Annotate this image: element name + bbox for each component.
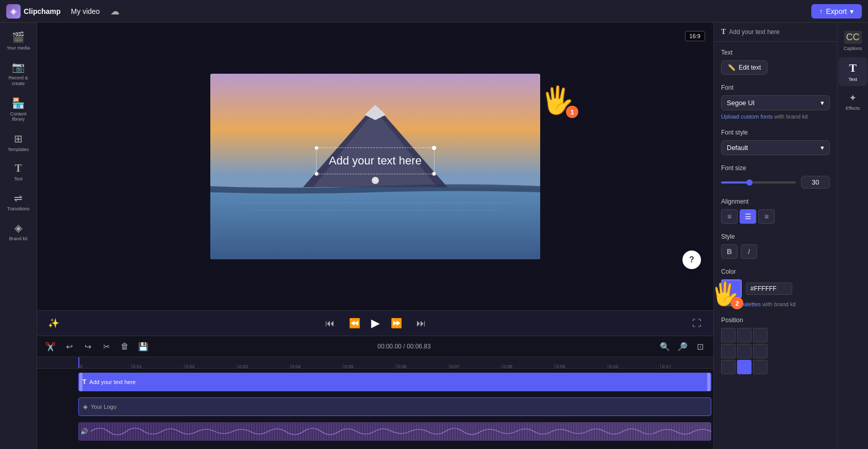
video-preview: Add your text here ↻ 16:9 ? 🖐 1	[37, 23, 713, 310]
sidebar-label-transitions: Transitions	[7, 206, 30, 211]
pos-cell-2[interactable]	[753, 328, 767, 342]
skip-back-button[interactable]: ⏮	[322, 315, 338, 331]
export-button[interactable]: ↑ Export ▾	[811, 4, 862, 19]
font-size-input[interactable]	[801, 176, 830, 189]
delete-button[interactable]: 🗑	[118, 339, 132, 354]
fullscreen-button[interactable]: ⛶	[689, 315, 705, 331]
panel-header: T Add your text here	[714, 23, 837, 42]
right-text-panel: T Add your text here Text ✏️ Edit text F…	[713, 23, 837, 449]
right-icon-captions[interactable]: CC Captions	[839, 27, 867, 55]
font-section: Font Segoe UI ▾ Upload custom fonts with…	[721, 84, 830, 120]
playback-right: ⛶	[689, 315, 705, 331]
audio-track-row: 🔊	[37, 420, 713, 443]
sidebar-item-text[interactable]: T Text	[2, 158, 35, 186]
resize-handle-bl[interactable]	[314, 172, 319, 176]
pos-cell-6[interactable]	[721, 360, 736, 374]
font-select[interactable]: Segoe UI ▾	[721, 95, 830, 110]
cursor1-badge: 1	[570, 108, 574, 116]
rotate-handle[interactable]: ↻	[372, 177, 379, 184]
audio-clip[interactable]: 🔊	[78, 422, 711, 441]
font-style-select[interactable]: Default ▾	[721, 140, 830, 155]
font-size-label: Font size	[721, 164, 830, 172]
pos-cell-1[interactable]	[737, 328, 752, 342]
right-icon-bar: CC Captions T Text ✦ Effects	[837, 23, 868, 449]
ruler-mark-3: 0:03	[237, 364, 290, 368]
help-button[interactable]: ?	[682, 251, 701, 269]
cut-button[interactable]: ✂	[99, 339, 113, 354]
skip-forward-button[interactable]: ⏭	[413, 315, 429, 331]
sync-icon[interactable]: ☁	[110, 6, 120, 17]
upload-fonts-link[interactable]: Upload custom fonts	[721, 113, 773, 120]
pos-cell-5[interactable]	[753, 344, 767, 358]
fit-button[interactable]: ⊡	[693, 339, 707, 354]
ruler-mark-1: 0:01	[131, 364, 185, 368]
text-overlay-content: Add your text here	[329, 154, 422, 167]
rewind-button[interactable]: ⏪	[346, 315, 363, 331]
logo-clip[interactable]: ◈ Your Logo	[78, 397, 711, 416]
redo-button[interactable]: ↪	[80, 339, 95, 354]
font-size-slider[interactable]	[721, 181, 796, 184]
align-left-button[interactable]: ≡	[721, 209, 738, 224]
magic-edit-button[interactable]: ✨	[45, 315, 62, 331]
font-chevron-icon: ▾	[821, 99, 824, 107]
pos-cell-4[interactable]	[737, 344, 752, 358]
edit-text-button[interactable]: ✏️ Edit text	[721, 60, 767, 75]
right-icon-effects[interactable]: ✦ Effects	[839, 88, 867, 115]
sidebar-item-your-media[interactable]: 🎬 Your media	[2, 27, 35, 55]
resize-handle-tl[interactable]	[314, 146, 319, 150]
brand-icon: ◈	[14, 222, 22, 234]
logo-track-content[interactable]: ◈ Your Logo	[78, 395, 713, 418]
text-clip[interactable]: T Add your text here	[78, 373, 711, 391]
palette-link[interactable]: custom palettes	[721, 301, 761, 307]
sidebar-label-text: Text	[14, 176, 23, 181]
video-canvas[interactable]: Add your text here ↻	[210, 74, 540, 259]
style-section: Style B I	[721, 233, 830, 259]
align-right-button[interactable]: ≡	[758, 209, 775, 224]
effects-label: Effects	[846, 106, 860, 111]
topbar: ◈ Clipchamp My video ☁ ↑ Export ▾	[0, 0, 868, 23]
play-button[interactable]: ▶	[371, 317, 380, 330]
text-panel-icon: T	[849, 61, 857, 75]
resize-handle-br[interactable]	[432, 172, 436, 176]
video-title-input[interactable]: My video	[67, 5, 104, 18]
timeline-toolbar: ✂️ ↩ ↪ ✂ 🗑 💾 00:00.00 / 00:06.83 🔍 🔎 ⊡	[37, 336, 713, 357]
magic-cut-button[interactable]: ✂️	[43, 339, 58, 354]
color-hex-input[interactable]	[746, 282, 792, 295]
text-track-content[interactable]: T Add your text here	[78, 371, 713, 393]
logo-clip-label: Your Logo	[91, 404, 116, 410]
timeline-zoom: 🔍 🔎 ⊡	[658, 339, 707, 354]
text-overlay[interactable]: Add your text here ↻	[316, 147, 435, 174]
alignment-section: Alignment ≡ ☰ ≡	[721, 198, 830, 224]
italic-button[interactable]: I	[741, 244, 757, 259]
app-name: Clipchamp	[24, 7, 61, 15]
audio-track-content[interactable]: 🔊	[78, 420, 713, 443]
magic-edit-btn[interactable]: ✨	[45, 315, 62, 331]
ruler-mark-6: 0:06	[396, 364, 449, 368]
pos-cell-8[interactable]	[753, 360, 767, 374]
fast-forward-button[interactable]: ⏩	[388, 315, 405, 331]
zoom-in-button[interactable]: 🔎	[675, 339, 690, 354]
pos-cell-3[interactable]	[721, 344, 736, 358]
color-label: Color	[721, 268, 830, 275]
resize-handle-tr[interactable]	[432, 146, 436, 150]
left-sidebar: 🎬 Your media 📷 Record &create 🏪 Contentl…	[0, 23, 37, 449]
sidebar-item-transitions[interactable]: ⇌ Transitions	[2, 188, 35, 215]
pos-cell-0[interactable]	[721, 328, 736, 342]
sidebar-item-record-create[interactable]: 📷 Record &create	[2, 57, 35, 91]
ruler-mark-10: 0:10	[608, 364, 661, 368]
pos-cell-7[interactable]	[737, 360, 752, 374]
sidebar-item-content-library[interactable]: 🏪 Contentlibrary	[2, 93, 35, 127]
text-section-label: Text	[721, 49, 830, 56]
bold-button[interactable]: B	[721, 244, 738, 259]
color-picker-box[interactable]	[721, 279, 742, 298]
sidebar-item-templates[interactable]: ⊞ Templates	[2, 128, 35, 156]
font-size-section: Font size	[721, 164, 830, 189]
align-center-button[interactable]: ☰	[740, 209, 756, 224]
sidebar-label-templates: Templates	[8, 147, 29, 152]
zoom-out-button[interactable]: 🔍	[658, 339, 672, 354]
right-icon-text[interactable]: T Text	[839, 57, 867, 86]
slider-thumb[interactable]	[746, 179, 753, 186]
sidebar-item-brand-kit[interactable]: ◈ Brand kit	[2, 218, 35, 245]
undo-button[interactable]: ↩	[62, 339, 76, 354]
save-button[interactable]: 💾	[136, 339, 151, 354]
